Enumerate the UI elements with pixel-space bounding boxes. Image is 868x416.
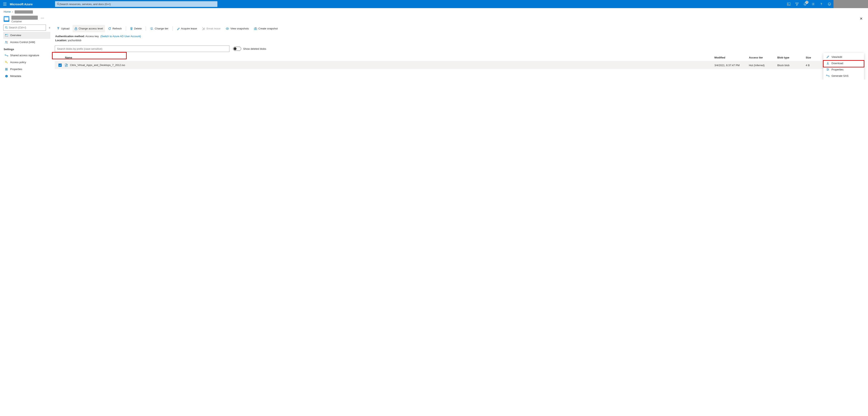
breadcrumb-home[interactable]: Home [4,10,11,13]
ctx-generate-sas[interactable]: Generate SAS [823,73,864,79]
overview-icon [5,34,8,36]
sidebar-item-iam[interactable]: Access Control (IAM) [3,39,50,46]
sidebar-heading-settings: Settings [3,46,50,52]
trash-icon [130,27,133,30]
lock-icon [75,27,77,30]
page-header: Container ⋯ ✕ [0,14,868,25]
cmd-view-snapshots[interactable]: View snapshots [224,25,251,32]
blob-name[interactable]: Citrix_Virtual_Apps_and_Desktops_7_2012.… [70,64,125,67]
notification-badge: 4 [805,1,808,4]
table-row[interactable]: Citrix_Virtual_Apps_and_Desktops_7_2012.… [55,61,864,69]
search-icon [5,26,8,29]
blob-table: Name Modified Access tier Blob type Size… [55,54,864,69]
row-checkbox[interactable] [59,64,62,67]
sliders-icon [826,68,830,71]
svg-point-2 [813,4,814,4]
col-blob-type[interactable]: Blob type [776,54,804,61]
page-subtitle: Container [11,20,38,23]
sidebar-label: Overview [10,34,21,37]
info-icon [5,75,8,78]
sidebar-label: Properties [10,68,22,71]
directory-filter-icon[interactable] [793,0,801,8]
svg-point-9 [5,41,6,42]
properties-icon [5,68,8,71]
account-area[interactable] [834,0,868,8]
break-lease-icon [202,27,205,30]
refresh-icon [108,27,111,30]
edit-icon [826,55,830,58]
auth-method-value: Access key [86,35,99,38]
cmd-change-tier[interactable]: Change tier [148,25,170,32]
sidebar-item-overview[interactable]: Overview [3,32,50,39]
hamburger-menu-icon[interactable] [0,0,10,8]
help-icon[interactable] [817,0,825,8]
svg-rect-15 [254,28,257,30]
close-blade-button[interactable]: ✕ [858,16,864,22]
cmd-refresh[interactable]: Refresh [106,25,124,32]
switch-auth-link[interactable]: (Switch to Azure AD User Account) [100,35,141,38]
svg-point-6 [5,26,7,28]
show-deleted-label: Show deleted blobs [243,47,266,50]
blob-type: Block blob [776,61,804,69]
sidebar: « Overview Access Control (IAM) Settings… [0,25,53,80]
cmd-create-snapshot[interactable]: Create snapshot [252,25,280,32]
blob-prefix-input[interactable] [57,47,227,50]
feedback-icon[interactable] [825,0,834,8]
main-content: Upload Change access level Refresh Delet… [53,25,868,80]
sidebar-item-metadata[interactable]: Metadata [3,73,50,80]
auth-method-label: Authentication method: [55,35,85,38]
svg-point-17 [827,68,828,69]
container-icon [4,16,9,22]
sidebar-item-policy[interactable]: Access policy [3,59,50,66]
sidebar-label: Metadata [10,75,21,78]
col-access-tier[interactable]: Access tier [747,54,776,61]
svg-rect-1 [787,3,790,5]
global-search-input[interactable] [60,3,215,6]
col-modified[interactable]: Modified [713,54,747,61]
settings-gear-icon[interactable] [809,0,817,8]
breadcrumb-item-redacted[interactable] [14,10,33,13]
cmd-change-access-level[interactable]: Change access level [73,25,105,32]
col-name[interactable]: Name [63,54,713,61]
svg-point-18 [828,69,829,70]
svg-rect-8 [5,34,6,35]
ctx-view-edit[interactable]: View/edit [823,54,864,60]
svg-rect-13 [75,28,77,30]
lease-icon [177,27,180,30]
cmd-break-lease: Break lease [200,25,222,32]
blob-prefix-search[interactable] [55,46,229,52]
cmd-delete[interactable]: Delete [128,25,144,32]
sidebar-label: Access policy [10,61,26,64]
svg-point-16 [255,28,256,29]
location-label: Location: [55,39,67,42]
sidebar-item-sas[interactable]: Shared access signature [3,52,50,59]
svg-rect-7 [5,34,8,36]
blob-access-tier: Hot (Inferred) [747,61,776,69]
snapshot-icon [254,27,257,30]
people-icon [5,41,8,43]
sidebar-item-properties[interactable]: Properties [3,66,50,73]
annotation-highlight-download [823,60,864,67]
sidebar-label: Access Control (IAM) [10,40,35,43]
cmd-acquire-lease[interactable]: Acquire lease [175,25,199,32]
svg-point-0 [57,3,59,5]
notifications-icon[interactable]: 4 [801,0,809,8]
cmd-upload[interactable]: Upload [55,25,71,32]
azure-topbar: Microsoft Azure 4 [0,0,868,8]
annotation-highlight-row [52,52,127,59]
collapse-sidebar-icon[interactable]: « [49,26,50,29]
sidebar-search-input[interactable] [9,26,44,29]
show-deleted-toggle[interactable] [233,47,241,51]
global-search[interactable] [55,1,217,7]
ctx-view-previous[interactable]: View previous versions [823,79,864,80]
cloud-shell-icon[interactable] [785,0,793,8]
link-icon [5,54,8,56]
separator [173,26,173,31]
chevron-right-icon: › [12,10,13,13]
more-actions-icon[interactable]: ⋯ [40,16,44,20]
blob-modified: 3/4/2021, 6:37:47 PM [713,61,747,69]
sidebar-search[interactable] [3,25,46,31]
search-icon [57,3,60,5]
sidebar-label: Shared access signature [10,54,39,57]
page-title-redacted [11,16,38,20]
